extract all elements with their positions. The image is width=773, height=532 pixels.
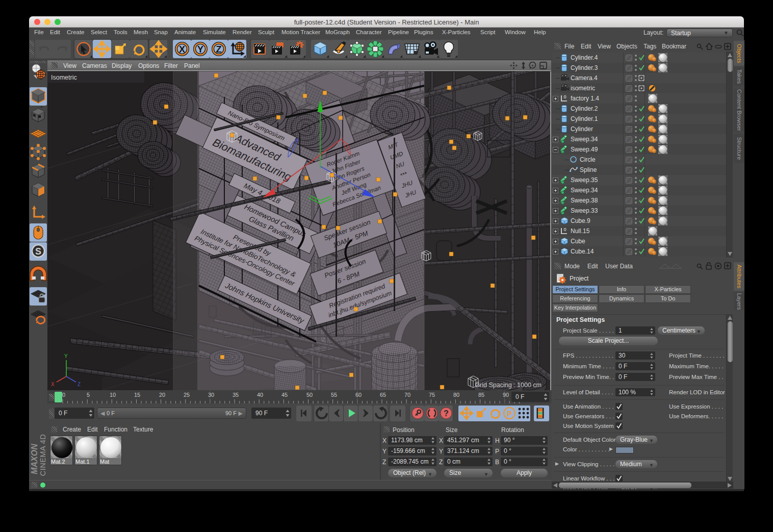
- svg-text:S: S: [35, 246, 41, 257]
- svg-text:Z: Z: [78, 382, 81, 387]
- svg-text:X: X: [51, 382, 55, 387]
- svg-text:?: ?: [444, 409, 449, 418]
- svg-text:Isometric: Isometric: [51, 74, 77, 81]
- svg-text:0: 0: [563, 94, 566, 99]
- svg-text:P: P: [507, 410, 511, 418]
- svg-text:0: 0: [563, 227, 566, 232]
- svg-text:Grid Spacing : 1000 cm: Grid Spacing : 1000 cm: [475, 382, 542, 389]
- svg-text:Z: Z: [216, 44, 222, 55]
- svg-text:Y: Y: [197, 44, 203, 55]
- svg-text:Y: Y: [64, 353, 68, 359]
- svg-text:X: X: [179, 44, 185, 55]
